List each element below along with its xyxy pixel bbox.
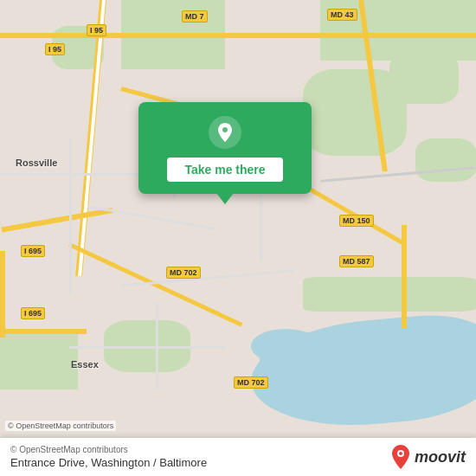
label-i695-lower: I 695 [21, 307, 45, 319]
label-md43-top: MD 43 [327, 9, 357, 21]
map-container: I 95 MD 7 MD 43 MD 7 I 95 I 695 I 695 MD… [0, 0, 476, 476]
green-far-right [415, 138, 476, 182]
moovit-brand-text: moovit [415, 448, 466, 466]
label-i695-upper: I 695 [21, 245, 45, 257]
label-md587: MD 587 [339, 255, 374, 267]
location-pin-icon [209, 116, 241, 149]
green-bottom-left [0, 329, 78, 389]
label-md150: MD 150 [339, 215, 374, 227]
moovit-logo: moovit [390, 445, 466, 469]
road-local-2 [69, 138, 72, 294]
place-essex: Essex [71, 359, 99, 370]
take-me-there-button[interactable]: Take me there [167, 158, 282, 182]
map-background: I 95 MD 7 MD 43 MD 7 I 95 I 695 I 695 MD… [0, 0, 476, 476]
popup-card: Take me there [138, 102, 312, 194]
label-md702-left: MD 702 [166, 267, 201, 279]
osm-credit-map: © OpenStreetMap contributors [5, 421, 116, 431]
label-i95-top: I 95 [87, 24, 106, 36]
road-md587 [402, 225, 407, 329]
road-i695-upper [1, 208, 113, 232]
label-i95-left: I 95 [45, 43, 65, 55]
label-md702-right: MD 702 [234, 376, 268, 389]
location-text: Entrance Drive, Washington / Baltimore [10, 456, 207, 469]
green-right-strip [303, 277, 476, 312]
road-local-6 [156, 303, 158, 389]
road-local-3 [87, 205, 215, 230]
label-md7-top: MD 7 [182, 10, 208, 23]
copyright-text: © OpenStreetMap contributors [10, 445, 207, 454]
water-inlet [251, 329, 320, 363]
svg-point-2 [399, 452, 402, 455]
place-rossville: Rossville [16, 158, 57, 168]
road-local-5 [69, 346, 225, 349]
bottom-bar: © OpenStreetMap contributors Entrance Dr… [0, 438, 476, 476]
road-i695-horiz [0, 329, 87, 334]
road-md7-top [0, 33, 476, 38]
bottom-left-info: © OpenStreetMap contributors Entrance Dr… [10, 445, 207, 469]
road-i695-vert [0, 251, 5, 338]
green-right-mid [303, 69, 407, 156]
moovit-pin-icon [390, 445, 411, 469]
